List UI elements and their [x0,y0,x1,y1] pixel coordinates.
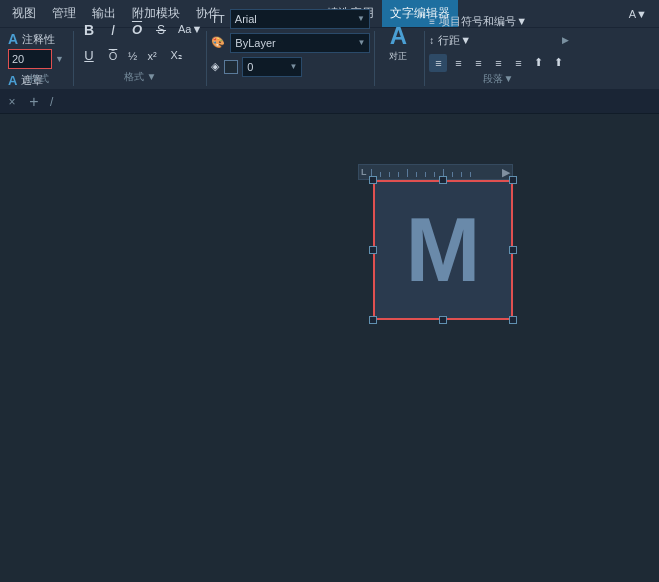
bullet-label[interactable]: 项目符号和编号▼ [439,14,527,29]
text-box-container[interactable]: M [373,180,513,320]
toolbar-section-style: A 注释性 ▼ A 遮罩 样式 [4,31,74,86]
bullet-icon: ≡ [429,16,435,27]
menu-item-view[interactable]: 视图 [4,0,44,27]
color-value: ByLayer [235,37,275,49]
font-arrow: ▼ [357,14,365,23]
align-right-button[interactable]: ≡ [469,54,487,72]
text-editor-widget: L ▶ M [358,164,513,323]
more-format-row: Aa▼ [178,23,202,35]
ruler-tick-5 [407,169,408,177]
align-distribute-button[interactable]: ≡ [509,54,527,72]
fill-dropdown[interactable]: 0 ▼ [242,57,302,77]
toolbar-section-font: TT Arial ▼ 🎨 ByLayer ▼ ◈ 0 ▼ [207,31,375,86]
handle-left[interactable] [369,246,377,254]
ruler-tick-10 [452,172,453,177]
handle-bottom-left[interactable] [369,316,377,324]
fill-swatch [224,60,238,74]
font-value: Arial [235,13,257,25]
handle-bottom-right[interactable] [509,316,517,324]
underline-button[interactable]: U [78,45,100,67]
strikethrough-button[interactable]: S [150,19,172,41]
paragraph-section-label: 段落▼ [425,72,571,86]
tab-separator: / [50,95,53,109]
section-expand-arrow[interactable]: ▶ [562,35,569,45]
handle-top[interactable] [439,176,447,184]
overline-button[interactable]: O [126,19,148,41]
font-row: TT Arial ▼ [211,9,369,29]
handle-bottom[interactable] [439,316,447,324]
toolbar: A 注释性 ▼ A 遮罩 样式 B I O S [0,28,659,90]
align-big-button[interactable]: A 对正 [380,23,416,65]
bullet-row: ≡ 项目符号和编号▼ [429,14,527,29]
font-content: TT Arial ▼ 🎨 ByLayer ▼ ◈ 0 ▼ [211,9,370,93]
handle-top-left[interactable] [369,176,377,184]
color-arrow: ▼ [357,38,365,47]
ruler-ticks [369,165,501,179]
format-row2: U Ō ½ x² X₂ [78,45,187,67]
dropdown-arrow[interactable]: ▼ [54,54,64,64]
fill-value: 0 [247,61,253,73]
tab-add-button[interactable]: + [24,92,44,112]
align-content: A 对正 [379,23,417,79]
align-label: 对正 [389,50,407,63]
ruler-tick-6 [416,172,417,177]
ruler-tick-4 [398,172,399,177]
align-left-button[interactable]: ≡ [429,54,447,72]
subscript-button[interactable]: X₂ [165,45,187,67]
ruler-tick-8 [434,172,435,177]
italic-button[interactable]: I [102,19,124,41]
ruler-tick-3 [389,172,390,177]
align-top-button[interactable]: ⬆ [529,54,547,72]
annotation-icon: A [8,31,18,47]
size-row: ▼ [8,49,64,69]
ruler-tick-7 [425,172,426,177]
toolbar-section-format: B I O S Aa▼ U Ō ½ x² X₂ [74,31,207,86]
bold-button[interactable]: B [78,19,100,41]
ruler-tick-2 [380,172,381,177]
ruler-bar: L ▶ [358,164,513,180]
color-row: 🎨 ByLayer ▼ [211,33,370,53]
handle-top-right[interactable] [509,176,517,184]
text-icon: TT [211,13,224,25]
annotation-row: A 注释性 [8,31,55,47]
text-box-wrapper: M [358,180,513,320]
format-section-label: 格式 ▼ [74,70,206,84]
handle-right[interactable] [509,246,517,254]
align-row: ≡ ≡ ≡ ≡ ≡ ⬆ ⬆ [429,54,567,72]
linespace-row: ↕ 行距▼ [429,33,471,48]
tab-bar: × + / [0,90,659,114]
fraction-icon[interactable]: ½ [128,50,137,62]
style-section-label: 样式 [4,72,73,86]
align-middle-button[interactable]: ⬆ [549,54,567,72]
fill-arrow: ▼ [289,62,297,71]
align-icon: A [390,24,407,48]
ruler-tick-11 [461,172,462,177]
toolbar-section-align: A 对正 [375,31,425,86]
format-row1: B I O S Aa▼ [78,19,202,41]
menu-icon-dropdown[interactable]: A▼ [621,0,655,27]
align-justify-button[interactable]: ≡ [489,54,507,72]
linespace-label[interactable]: 行距▼ [438,33,471,48]
ruler-label: L [359,167,369,177]
ruler-tick-12 [470,172,471,177]
toolbar-section-paragraph: ≡ 项目符号和编号▼ ↕ 行距▼ ≡ ≡ ≡ ≡ ≡ ⬆ ⬆ 段落▼ ▶ [425,31,571,86]
linespace-icon: ↕ [429,35,434,46]
tab-close-button[interactable]: × [4,94,20,110]
canvas-area: L ▶ M [0,114,659,582]
overline2-button[interactable]: Ō [102,45,124,67]
annotation-label: 注释性 [22,32,55,47]
color-icon: 🎨 [211,36,225,49]
more-format-label[interactable]: Aa▼ [178,23,202,35]
fill-row: ◈ 0 ▼ [211,57,302,77]
font-dropdown[interactable]: Arial ▼ [230,9,370,29]
text-box-content[interactable]: M [373,180,513,320]
font-size-input[interactable] [8,49,52,69]
align-center-button[interactable]: ≡ [449,54,467,72]
fill-icon: ◈ [211,60,219,73]
superscript-button[interactable]: x² [141,45,163,67]
color-dropdown[interactable]: ByLayer ▼ [230,33,370,53]
text-character: M [406,199,481,302]
